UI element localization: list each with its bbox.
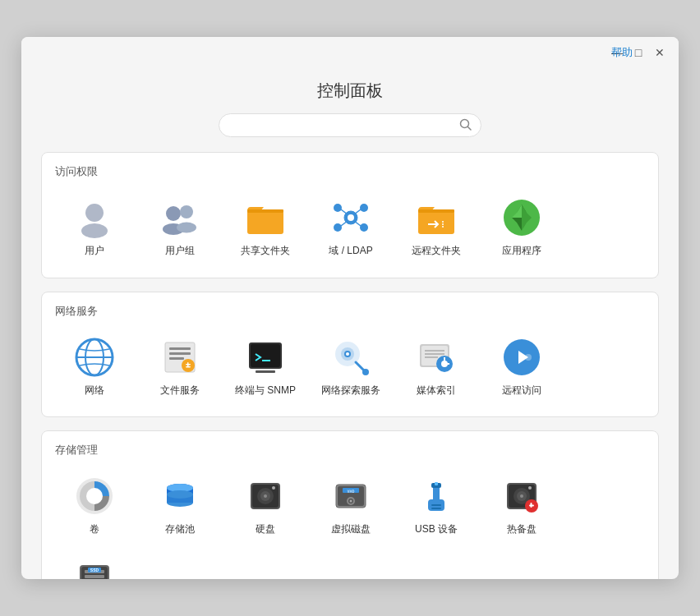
domain-ldap-label: 域 / LDAP <box>329 245 372 258</box>
search-input-wrap <box>219 113 481 137</box>
usergroup-label: 用户组 <box>165 245 195 258</box>
access-icons-grid: 用户 用户组 <box>55 189 645 264</box>
titlebar: 帮助 — □ ✕ <box>21 37 679 65</box>
shared-folder-label: 共享文件夹 <box>241 245 290 258</box>
svg-point-43 <box>346 352 349 356</box>
usb-device-icon <box>414 474 458 518</box>
icon-item-harddisk[interactable]: 硬盘 <box>226 467 305 543</box>
harddisk-label: 硬盘 <box>256 523 275 536</box>
application-icon <box>500 195 544 240</box>
section-storage-title: 存储管理 <box>55 443 645 457</box>
content-area: 控制面板 访问权限 <box>21 65 679 579</box>
icon-item-remote-folder[interactable]: 远程文件夹 <box>397 189 476 264</box>
icon-item-user[interactable]: 用户 <box>55 189 134 264</box>
svg-rect-83 <box>435 482 438 485</box>
remote-access-icon <box>500 335 544 379</box>
svg-point-15 <box>360 223 368 232</box>
svg-line-1 <box>468 126 472 130</box>
shared-folder-icon <box>243 195 288 240</box>
svg-line-19 <box>354 221 361 226</box>
svg-point-64 <box>167 490 193 499</box>
svg-point-70 <box>272 486 275 490</box>
usb-device-label: USB 设备 <box>415 523 458 536</box>
section-access: 访问权限 用户 <box>41 152 659 278</box>
page-title: 控制面板 <box>41 65 659 113</box>
remote-folder-label: 远程文件夹 <box>412 245 461 258</box>
icon-item-file-service[interactable]: 文件服务 <box>140 329 219 404</box>
terminal-snmp-icon <box>243 335 288 379</box>
svg-rect-80 <box>431 508 441 509</box>
icon-item-hyper-cache[interactable]: SSD Hyper Cache <box>55 549 134 579</box>
section-network-title: 网络服务 <box>55 304 645 319</box>
close-button[interactable]: ✕ <box>651 44 669 62</box>
volume-icon <box>72 474 117 518</box>
icon-item-media-index[interactable]: 媒体索引 <box>397 329 476 404</box>
svg-text:SSD: SSD <box>90 568 99 572</box>
svg-point-58 <box>86 488 103 504</box>
icon-item-usergroup[interactable]: 用户组 <box>140 189 219 264</box>
section-access-title: 访问权限 <box>55 164 645 179</box>
domain-ldap-icon <box>329 195 373 240</box>
svg-point-88 <box>520 494 523 498</box>
virtual-disk-label: 虚拟磁盘 <box>331 523 371 536</box>
network-icon <box>72 335 117 379</box>
icon-item-network-discovery[interactable]: 网络探索服务 <box>311 329 390 404</box>
remote-folder-icon <box>414 195 458 240</box>
svg-rect-29 <box>169 347 191 350</box>
remote-access-label: 远程访问 <box>502 384 541 398</box>
harddisk-icon <box>243 474 288 518</box>
svg-point-3 <box>81 223 108 238</box>
svg-point-7 <box>177 223 196 233</box>
svg-point-56 <box>525 354 532 361</box>
file-service-label: 文件服务 <box>160 384 200 398</box>
hot-spare-icon <box>500 474 544 518</box>
icon-item-volume[interactable]: 卷 <box>55 467 134 543</box>
icon-item-application[interactable]: 应用程序 <box>482 189 561 264</box>
svg-line-17 <box>354 209 361 214</box>
user-icon <box>72 195 117 240</box>
volume-label: 卷 <box>90 523 99 536</box>
hyper-cache-icon: SSD <box>72 556 117 579</box>
application-label: 应用程序 <box>502 245 541 258</box>
svg-rect-39 <box>256 370 275 373</box>
svg-rect-21 <box>418 209 454 213</box>
section-network: 网络服务 网络 <box>41 292 659 418</box>
svg-rect-81 <box>433 486 440 501</box>
icon-item-shared-folder[interactable]: 共享文件夹 <box>226 189 305 264</box>
help-link[interactable]: 帮助 <box>611 45 633 60</box>
icon-item-domain-ldap[interactable]: 域 / LDAP <box>311 189 390 264</box>
hot-spare-label: 热备盘 <box>507 523 537 536</box>
svg-rect-92 <box>531 503 532 508</box>
svg-point-45 <box>362 369 369 375</box>
icon-item-storage-pool[interactable]: 存储池 <box>140 467 219 543</box>
svg-rect-96 <box>85 575 104 578</box>
svg-rect-30 <box>169 352 191 355</box>
network-label: 网络 <box>85 384 104 398</box>
svg-rect-37 <box>251 344 280 367</box>
svg-point-13 <box>360 204 368 212</box>
svg-point-6 <box>180 205 193 218</box>
search-icon <box>459 118 472 133</box>
svg-point-12 <box>334 204 342 212</box>
svg-point-69 <box>264 494 267 498</box>
network-discovery-icon <box>329 335 373 379</box>
storage-pool-icon <box>158 474 202 518</box>
icon-item-terminal-snmp[interactable]: 终端与 SNMP <box>226 329 305 404</box>
media-index-icon <box>414 335 458 379</box>
svg-line-16 <box>341 209 348 214</box>
svg-rect-8 <box>247 211 283 234</box>
icon-item-usb-device[interactable]: USB 设备 <box>397 467 476 543</box>
svg-text:VHD: VHD <box>347 489 354 494</box>
svg-point-14 <box>334 223 342 232</box>
svg-point-4 <box>166 206 181 221</box>
svg-rect-9 <box>247 209 283 213</box>
search-input[interactable] <box>219 113 481 137</box>
user-label: 用户 <box>85 245 104 258</box>
icon-item-remote-access[interactable]: 远程访问 <box>482 329 561 404</box>
section-storage: 存储管理 卷 <box>41 430 659 579</box>
icon-item-virtual-disk[interactable]: VHD 虚拟磁盘 <box>311 467 390 543</box>
icon-item-network[interactable]: 网络 <box>55 329 134 404</box>
svg-point-77 <box>350 500 352 503</box>
svg-line-18 <box>341 221 348 226</box>
icon-item-hot-spare[interactable]: 热备盘 <box>482 467 561 543</box>
